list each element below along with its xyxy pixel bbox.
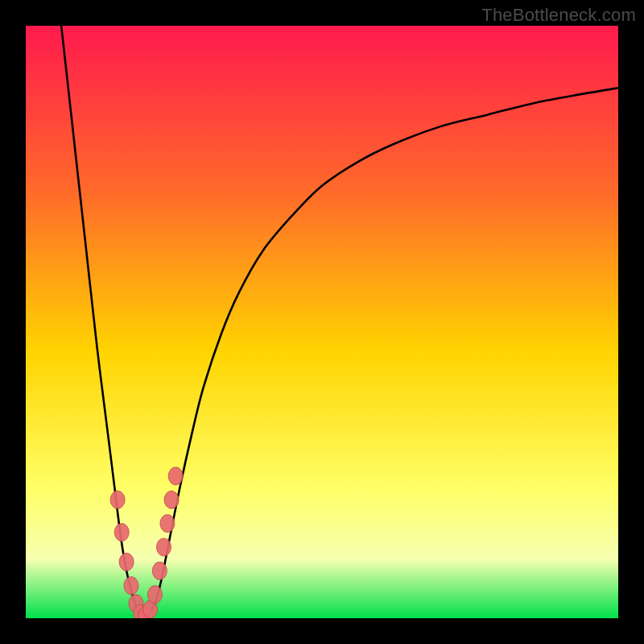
plot-area xyxy=(26,26,618,618)
watermark-text: TheBottleneck.com xyxy=(481,5,636,26)
curve-marker xyxy=(119,553,134,571)
curve-marker xyxy=(160,514,175,532)
curve-marker xyxy=(164,491,179,509)
curve-marker xyxy=(124,577,138,595)
chart-frame: TheBottleneck.com xyxy=(0,0,644,644)
curve-marker xyxy=(114,523,129,541)
curve-marker xyxy=(156,539,171,556)
curve-marker xyxy=(152,562,167,580)
bottleneck-chart xyxy=(26,26,618,618)
curve-marker xyxy=(147,586,162,604)
curve-marker xyxy=(110,491,125,509)
curve-marker xyxy=(168,467,183,485)
